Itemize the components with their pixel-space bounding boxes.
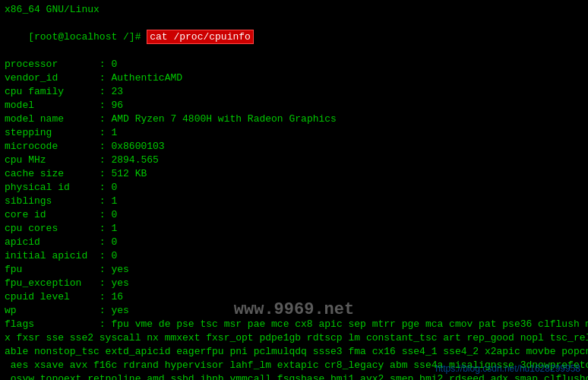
line-core-id: core id : 0: [5, 208, 583, 222]
line-cache-size: cache size : 512 KB: [5, 167, 583, 181]
terminal-window: x86_64 GNU/Linux [root@localhost /]# cat…: [0, 0, 588, 380]
line-flags-3: able nonstop_tsc extd_apicid eagerfpu pn…: [5, 345, 583, 359]
line-fpu: fpu : yes: [5, 263, 583, 277]
line-apicid: apicid : 0: [5, 236, 583, 249]
line-vendor-id: vendor_id : AuthenticAMD: [5, 71, 583, 85]
command-highlight: cat /proc/cpuinfo: [147, 30, 254, 44]
line-siblings: siblings : 1: [5, 195, 583, 208]
line-fpu-exception: fpu_exception : yes: [5, 277, 583, 290]
line-cpu-cores: cpu cores : 1: [5, 222, 583, 236]
line-model: model : 96: [5, 99, 583, 112]
line-microcode: microcode : 0x8600103: [5, 140, 583, 154]
watermark-bottom-right: https://blog.csdn.net/hu1628299958: [435, 363, 580, 374]
line-cpu-family: cpu family : 23: [5, 85, 583, 99]
line-processor: processor : 0: [5, 58, 583, 71]
line-flags-1: flags : fpu vme de pse tsc msr pae mce c…: [5, 318, 583, 331]
prompt: [root@localhost /]#: [28, 31, 147, 43]
command-line: [root@localhost /]# cat /proc/cpuinfo: [5, 17, 583, 58]
line-initial-apicid: initial apicid : 0: [5, 249, 583, 263]
watermark-center: www.9969.net: [234, 300, 354, 319]
line-physical-id: physical id : 0: [5, 181, 583, 195]
line-cpu-mhz: cpu MHz : 2894.565: [5, 154, 583, 167]
line-flags-2: x fxsr sse sse2 syscall nx mmxext fxsr_o…: [5, 331, 583, 345]
line-model-name: model name : AMD Ryzen 7 4800H with Rade…: [5, 112, 583, 126]
line-header: x86_64 GNU/Linux: [5, 3, 583, 17]
line-stepping: stepping : 1: [5, 126, 583, 140]
